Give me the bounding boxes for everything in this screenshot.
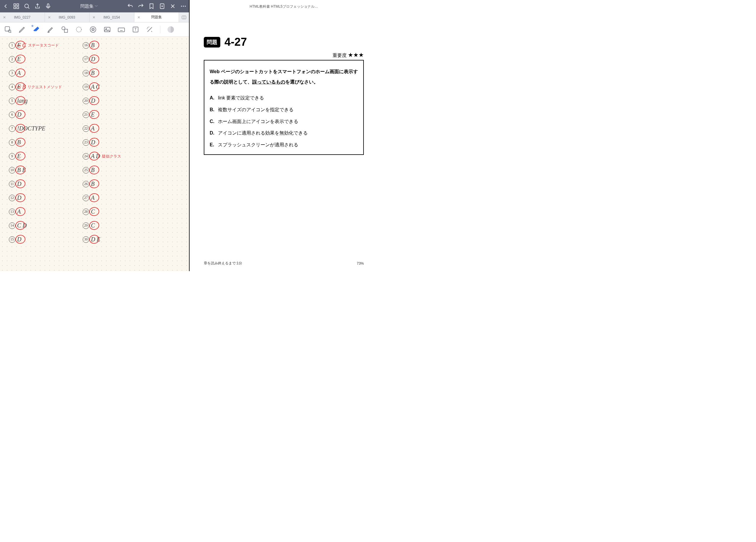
- tab-close-icon[interactable]: ✕: [48, 15, 51, 19]
- stamp-tool-icon[interactable]: [89, 26, 97, 33]
- tab[interactable]: ✕IMG_0093: [45, 12, 90, 22]
- tab-label: IMG_0227: [14, 15, 30, 19]
- svg-point-4: [25, 4, 29, 8]
- answer-value: E: [17, 153, 21, 160]
- eraser-tool-icon[interactable]: ✻: [32, 26, 40, 33]
- answer-value: C: [91, 222, 95, 229]
- tab[interactable]: ✕問題集: [134, 12, 179, 22]
- choice-item: C.ホーム画面上にアイコンを表示できる: [210, 118, 358, 125]
- answer-row: 14C D: [9, 222, 27, 229]
- answer-number: 2: [9, 56, 15, 63]
- answer-number: 25: [83, 167, 89, 174]
- zoom-tool-icon[interactable]: [4, 26, 12, 33]
- svg-point-22: [76, 27, 81, 32]
- answer-value: D: [17, 181, 21, 187]
- answer-number: 11: [9, 181, 15, 187]
- choice-item: E.スプラッシュスクリーンが適用される: [210, 141, 358, 149]
- image-tool-icon[interactable]: [103, 26, 111, 33]
- choice-label: E.: [210, 141, 218, 149]
- choice-item: D.アイコンに適用される効果を無効化できる: [210, 129, 358, 137]
- document-title[interactable]: 問題集﹀: [80, 4, 98, 9]
- answer-value: D: [17, 236, 21, 243]
- magic-tool-icon[interactable]: [146, 26, 154, 33]
- more-icon[interactable]: [180, 3, 187, 9]
- answer-row: 10B E: [9, 167, 26, 174]
- choice-label: D.: [210, 129, 218, 137]
- answer-row: 22A: [83, 125, 95, 132]
- question-badge: 問題: [204, 37, 220, 48]
- answer-number: 3: [9, 70, 15, 76]
- answer-value: E: [91, 111, 95, 118]
- answer-number: 7: [9, 125, 15, 132]
- svg-rect-1: [17, 4, 19, 6]
- tab[interactable]: ✕IMG_0154: [89, 12, 134, 22]
- highlighter-tool-icon[interactable]: [47, 26, 54, 33]
- answer-row: 17D: [83, 56, 95, 63]
- share-icon[interactable]: [34, 3, 41, 9]
- choice-item: B.複数サイズのアイコンを指定できる: [210, 106, 358, 114]
- answer-row: 8B: [9, 139, 21, 146]
- answer-value: B: [91, 167, 95, 174]
- answer-number: 13: [9, 209, 15, 215]
- svg-line-19: [11, 32, 11, 32]
- answer-number: 16: [83, 42, 89, 49]
- answer-value: A: [91, 125, 95, 132]
- answer-number: 30: [83, 236, 89, 243]
- bookmark-icon[interactable]: [148, 3, 155, 9]
- answer-value: C: [91, 208, 95, 215]
- grid-icon[interactable]: [13, 3, 19, 9]
- answer-number: 29: [83, 223, 89, 229]
- answer-row: 12D: [9, 195, 21, 201]
- answer-number: 18: [83, 70, 89, 76]
- shape-tool-icon[interactable]: [61, 26, 69, 33]
- answer-value: B: [17, 139, 21, 146]
- pen-tool-icon[interactable]: [18, 26, 26, 33]
- book-title: HTML教科書 HTML5プロフェッショナル…: [190, 0, 378, 9]
- answer-value: A D: [91, 153, 100, 160]
- question-box: Web ページのショートカットをスマートフォンのホーム画面に表示する際の説明とし…: [204, 60, 364, 155]
- redo-icon[interactable]: [138, 3, 144, 9]
- answer-row: 19A C: [83, 84, 100, 90]
- tab[interactable]: ✕IMG_0227: [0, 12, 45, 22]
- ebook-panel: HTML教科書 HTML5プロフェッショナル… 問題 4-27 重要度 ★★★ …: [189, 0, 378, 271]
- search-icon[interactable]: [24, 3, 30, 9]
- answer-row: 30D E: [83, 236, 100, 243]
- answer-value: E: [17, 56, 21, 63]
- mic-icon[interactable]: [45, 3, 51, 9]
- add-page-icon[interactable]: [159, 3, 165, 9]
- answer-value: B E: [17, 167, 26, 174]
- undo-icon[interactable]: [127, 3, 133, 9]
- answer-number: 23: [83, 139, 89, 146]
- keyboard-tool-icon[interactable]: [118, 26, 125, 33]
- color-swatch-icon[interactable]: [167, 26, 175, 33]
- reading-time: 章を読み終えるまで:1分: [204, 261, 242, 266]
- answer-row: 6D: [9, 111, 21, 118]
- answer-number: 22: [83, 125, 89, 132]
- answer-value: D: [91, 56, 95, 63]
- close-icon[interactable]: [170, 3, 176, 9]
- answer-note: リクエストメソッド: [27, 84, 62, 90]
- tab-close-icon[interactable]: ✕: [3, 15, 6, 19]
- answer-row: 7!DOCTYPE: [9, 125, 45, 132]
- book-body[interactable]: 問題 4-27 重要度 ★★★ Web ページのショートカットをスマートフォンの…: [190, 9, 378, 261]
- answer-value: D: [17, 111, 21, 118]
- answer-value: A C: [91, 84, 100, 90]
- tab-close-icon[interactable]: ✕: [92, 15, 95, 19]
- question-header: 問題 4-27: [204, 36, 364, 48]
- answer-number: 28: [83, 209, 89, 215]
- handwriting-canvas[interactable]: 1E Cステータスコード2E3A4E Bリクエストメソッド5lang6D7!DO…: [0, 37, 189, 271]
- answer-number: 1: [9, 42, 15, 49]
- answer-row: 9E: [9, 153, 21, 160]
- split-view-icon[interactable]: [179, 12, 189, 22]
- text-tool-icon[interactable]: T: [132, 26, 139, 33]
- choice-text: アイコンに適用される効果を無効化できる: [218, 129, 358, 137]
- tab-label: 問題集: [151, 15, 162, 20]
- svg-rect-21: [64, 29, 68, 32]
- answer-number: 9: [9, 153, 15, 160]
- reading-progress: 73%: [357, 262, 364, 266]
- back-icon[interactable]: [2, 3, 9, 9]
- lasso-tool-icon[interactable]: [75, 26, 83, 33]
- tab-close-icon[interactable]: ✕: [137, 15, 140, 19]
- answer-value: B: [91, 42, 95, 49]
- answer-number: 21: [83, 112, 89, 118]
